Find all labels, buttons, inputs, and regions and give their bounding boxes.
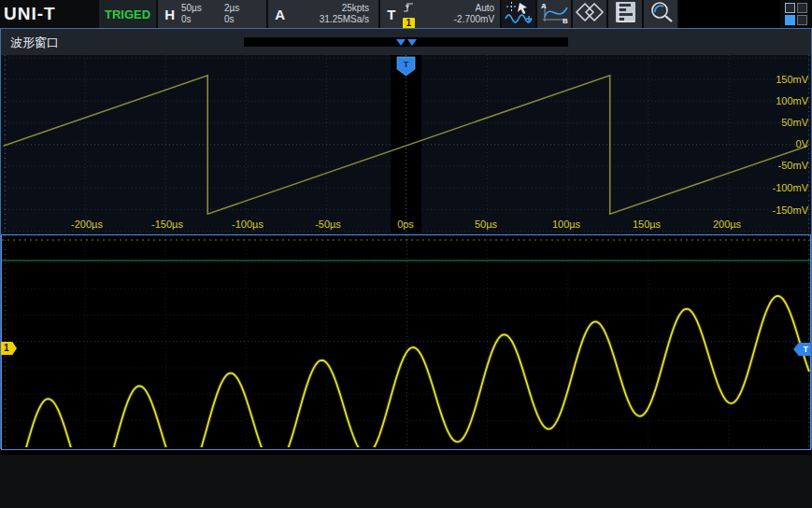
cursor-measure-icon <box>503 0 534 28</box>
scope-display[interactable]: T -200µs -150µs -100µs -50µs 0ps 50µs 10… <box>1 55 811 448</box>
svg-text:B: B <box>563 17 568 24</box>
volt-label: -150mV <box>772 205 808 216</box>
time-label: -200µs <box>71 219 103 230</box>
time-label-zero: 0ps <box>397 219 414 230</box>
search-icon <box>645 0 677 28</box>
time-label: 100µs <box>552 219 580 230</box>
brand-logo: UNI-T <box>0 0 97 28</box>
trigger-source-block: 1 <box>402 0 415 29</box>
trigger-label: T <box>380 7 402 22</box>
zoom-timebase: 2µs 0s <box>224 3 239 25</box>
horizontal-label: H <box>158 7 181 22</box>
trigger-values: Auto -2.700mV <box>454 3 494 25</box>
zoom-timebase-offset: 0s <box>224 14 239 25</box>
top-status-bar: UNI-T TRIGED H 50µs 0s 2µs 0s A 25kpts 3… <box>0 0 812 28</box>
histogram-icon <box>609 0 641 28</box>
svg-text:T: T <box>404 60 409 69</box>
edge-trigger-icon <box>402 0 415 17</box>
acquire-values: 25kpts 31.25MSa/s <box>320 3 369 25</box>
horizontal-position-scrollbar[interactable] <box>244 37 568 47</box>
waveform-window: 波形窗口 T -200µs -150µs -100µs -50µs 0ps 50… <box>0 28 812 449</box>
svg-text:A: A <box>541 2 547 10</box>
cursor-measure-button[interactable] <box>502 0 535 28</box>
zoom-waveform-panel[interactable] <box>1 234 811 450</box>
volt-label: -50mV <box>778 160 808 171</box>
math-ab-icon: A B <box>538 0 570 28</box>
time-label: 150µs <box>633 219 661 230</box>
bottom-channel-bar: ‹ C1 50.0mV 1MΩ UI 1X 0.00V C2 OFF C3 OF… <box>0 455 812 508</box>
volt-label: 50mV <box>781 117 808 128</box>
time-label: 50µs <box>475 219 497 230</box>
scroll-marker-left-icon[interactable] <box>396 39 406 46</box>
time-label: -50µs <box>315 219 341 230</box>
main-timebase: 50µs 0s <box>181 3 224 25</box>
main-timebase-offset: 0s <box>181 14 224 25</box>
memory-depth: 25kpts <box>342 3 369 14</box>
histogram-button[interactable] <box>608 0 642 28</box>
volt-label: 150mV <box>776 74 808 85</box>
xy-mode-icon <box>574 0 605 28</box>
time-label: -150µs <box>151 219 183 230</box>
math-ab-button[interactable]: A B <box>537 0 571 28</box>
main-timebase-scale: 50µs <box>181 3 224 14</box>
main-waveform-panel[interactable]: T <box>1 55 811 233</box>
window-layout-button[interactable] <box>780 0 812 28</box>
zoom-timebase-scale: 2µs <box>224 3 239 14</box>
trigger-status-badge: TRIGED <box>99 0 156 28</box>
time-label: 200µs <box>713 219 741 230</box>
acquire-label: A <box>268 7 292 22</box>
trigger-level: -2.700mV <box>454 14 494 25</box>
trigger-source-badge: 1 <box>403 18 416 29</box>
horizontal-settings-button[interactable]: H 50µs 0s 2µs 0s <box>158 0 266 28</box>
search-zoom-button[interactable] <box>644 0 677 28</box>
time-label: -100µs <box>232 219 264 230</box>
waveform-window-titlebar[interactable]: 波形窗口 <box>1 29 811 55</box>
window-title: 波形窗口 <box>10 35 59 51</box>
volt-label: 100mV <box>776 95 808 106</box>
window-layout-icon <box>785 3 807 25</box>
xy-mode-button[interactable] <box>573 0 606 28</box>
volt-label-zero: 0V <box>796 138 808 149</box>
trigger-settings-button[interactable]: T 1 Auto -2.700mV <box>380 0 500 28</box>
acquire-settings-button[interactable]: A 25kpts 31.25MSa/s <box>268 0 378 28</box>
trigger-mode: Auto <box>476 3 495 14</box>
scroll-marker-right-icon[interactable] <box>407 39 417 46</box>
volt-label: -100mV <box>772 182 808 193</box>
sample-rate: 31.25MSa/s <box>320 14 369 25</box>
topbar-spacer <box>679 0 780 28</box>
